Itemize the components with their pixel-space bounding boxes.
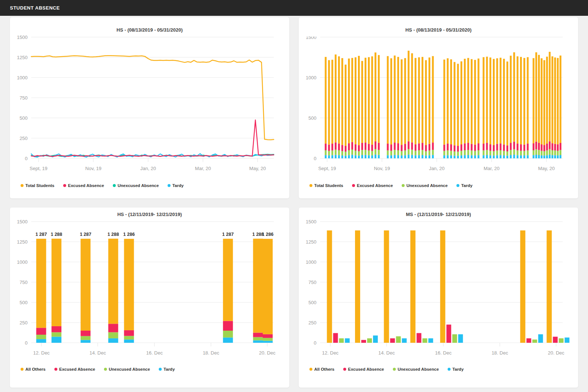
bar-segment-others (443, 60, 445, 144)
legend-dot (352, 184, 355, 187)
bar-segment-tardy (374, 155, 376, 158)
legend-item-total-students[interactable]: Total Students (21, 183, 54, 188)
legend-item-tardy[interactable]: Tardy (456, 183, 472, 188)
bar-segment-tardy (493, 155, 495, 158)
bar-segment-others (513, 52, 515, 141)
bar-segment-unexcused (394, 150, 396, 155)
bar-segment-unexcused (51, 332, 61, 337)
bar-segment-others (404, 58, 406, 144)
bar-segment-unexcused (477, 150, 479, 155)
y-axis-tick-label: 1500 (306, 219, 316, 224)
bar-segment-excused (520, 144, 522, 151)
bar-segment-others (506, 61, 508, 145)
legend-item-unexcused-absence[interactable]: Unexcused Absence (113, 183, 159, 188)
bar-segment-others (457, 64, 459, 146)
legend-dot (309, 368, 312, 371)
bar-segment-excused (510, 143, 512, 150)
chart-card-hs-december-bars: HS - (12/11/2019- 12/21/2019) 0250500750… (10, 208, 289, 388)
bar-segment-unexcused (365, 150, 366, 155)
x-axis-tick-label: Sept, 19 (30, 166, 47, 171)
bar-segment-unexcused (554, 151, 556, 155)
y-axis-tick-label: 1000 (306, 75, 316, 80)
legend-item-all-others[interactable]: All Others (21, 367, 46, 371)
bar-segment-excused (394, 143, 396, 150)
bar-segment-unexcused (535, 149, 537, 155)
bar-segment-excused (355, 144, 356, 151)
bar-segment-unexcused (371, 151, 373, 155)
legend-item-tardy[interactable]: Tardy (168, 183, 183, 188)
bar-segment-excused (401, 145, 402, 151)
bar-segment-tardy (457, 156, 459, 158)
bar-segment-unexcused (361, 150, 363, 155)
bar-segment-excused (549, 141, 551, 149)
bar-segment-unexcused (418, 150, 420, 155)
y-axis-tick-label: 1250 (306, 239, 316, 245)
bar-segment-excused (493, 145, 495, 151)
bar-segment-tardy (535, 155, 537, 158)
bar-segment-unexcused (401, 151, 402, 155)
bar-segment-others (374, 53, 376, 141)
hs-year-bars-svg: 050010001500Sept, 19Nov, 19Jan, 20Mar, 2… (299, 33, 578, 174)
bar-segment-unexcused (358, 151, 360, 156)
legend-label: All Others (25, 367, 46, 371)
bar-total-label: 1 287 (80, 232, 91, 237)
bar-segment-excused (490, 144, 491, 151)
bar-segment-unexcused (397, 150, 399, 155)
bar-excused (390, 338, 395, 343)
y-axis-tick-label: 1500 (306, 35, 316, 40)
page-title: STUDENT ABSENCE (10, 5, 60, 11)
bar-unexcused (339, 338, 344, 343)
legend-item-excused-absence[interactable]: Excused Absence (63, 183, 104, 188)
bar-segment-tardy (486, 155, 488, 158)
bar-segment-excused (546, 144, 548, 150)
legend-item-excused-absence[interactable]: Excused Absence (54, 367, 95, 371)
legend-label: Tardy (452, 367, 463, 371)
legend-item-tardy[interactable]: Tardy (159, 367, 175, 371)
bar-segment-others (415, 58, 416, 144)
bar-segment-others (418, 57, 420, 143)
bar-segment-excused (253, 333, 263, 337)
y-axis-tick-label: 1000 (17, 75, 28, 80)
bar-segment-tardy (348, 155, 350, 158)
bar-segment-others (552, 56, 553, 143)
legend-item-tardy[interactable]: Tardy (448, 367, 463, 371)
bar-segment-unexcused (408, 149, 409, 155)
bar-segment-excused (560, 143, 562, 150)
bar-segment-tardy (425, 155, 427, 158)
bar-segment-tardy (223, 338, 233, 343)
chart-legend: All OthersExcused AbsenceUnexcused Absen… (21, 367, 289, 371)
hs-december-bars-svg: 025050075010001250150012. Dec14. Dec16. … (10, 217, 289, 358)
bar-segment-tardy (263, 341, 273, 343)
bar-unexcused (533, 339, 537, 343)
bar-segment-excused (422, 143, 423, 150)
chart-card-hs-year-line: HS - (08/13/2019 - 05/31/2020) 025050075… (10, 17, 289, 198)
bar-segment-others (471, 59, 473, 144)
bar-segment-excused (527, 144, 528, 150)
legend-item-unexcused-absence[interactable]: Unexcused Absence (393, 367, 439, 371)
bar-segment-excused (124, 330, 134, 336)
bar-segment-unexcused (253, 337, 263, 341)
legend-item-unexcused-absence[interactable]: Unexcused Absence (402, 183, 448, 188)
bar-segment-tardy (471, 155, 473, 158)
bar-segment-others (474, 60, 476, 145)
bar-segment-excused (328, 145, 330, 151)
legend-item-all-others[interactable]: All Others (309, 367, 334, 371)
bar-segment-excused (477, 143, 479, 150)
legend-item-excused-absence[interactable]: Excused Absence (343, 367, 384, 371)
bar-segment-others (341, 58, 343, 145)
legend-item-unexcused-absence[interactable]: Unexcused Absence (104, 367, 150, 371)
x-axis-tick-label: Sept, 19 (318, 166, 336, 171)
bar-segment-excused (415, 144, 416, 151)
legend-item-total-students[interactable]: Total Students (309, 183, 343, 188)
bar-segment-others (394, 55, 396, 143)
bar-segment-unexcused (335, 150, 337, 155)
bar-segment-excused (378, 143, 380, 150)
bar-segment-others (358, 56, 360, 145)
bar-segment-excused (408, 141, 409, 149)
bar-segment-others (263, 239, 273, 334)
y-axis-tick-label: 1250 (17, 55, 28, 60)
bar-segment-tardy (500, 155, 502, 158)
bar-segment-others (527, 57, 528, 144)
bar-segment-tardy (108, 338, 118, 343)
legend-item-excused-absence[interactable]: Excused Absence (352, 183, 393, 188)
